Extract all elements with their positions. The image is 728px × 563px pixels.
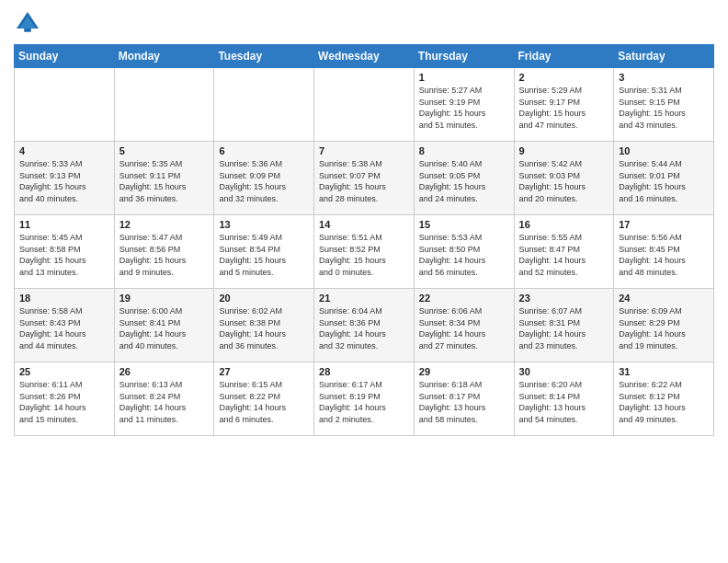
calendar-cell: 17Sunrise: 5:56 AM Sunset: 8:45 PM Dayli…: [614, 215, 714, 289]
day-header-thursday: Thursday: [414, 45, 514, 68]
svg-rect-2: [24, 29, 31, 32]
day-info: Sunrise: 6:04 AM Sunset: 8:36 PM Dayligh…: [319, 305, 409, 351]
day-header-wednesday: Wednesday: [314, 45, 415, 68]
day-info: Sunrise: 5:27 AM Sunset: 9:19 PM Dayligh…: [419, 85, 509, 131]
day-number: 29: [419, 366, 509, 377]
day-info: Sunrise: 5:38 AM Sunset: 9:07 PM Dayligh…: [319, 158, 409, 204]
day-number: 18: [19, 293, 109, 304]
calendar-cell: [15, 68, 115, 142]
day-info: Sunrise: 5:36 AM Sunset: 9:09 PM Dayligh…: [219, 158, 309, 204]
calendar-cell: 29Sunrise: 6:18 AM Sunset: 8:17 PM Dayli…: [414, 362, 514, 436]
calendar-cell: 9Sunrise: 5:42 AM Sunset: 9:03 PM Daylig…: [514, 142, 614, 215]
day-info: Sunrise: 5:53 AM Sunset: 8:50 PM Dayligh…: [419, 232, 509, 278]
day-info: Sunrise: 6:18 AM Sunset: 8:17 PM Dayligh…: [419, 379, 509, 425]
calendar-cell: 13Sunrise: 5:49 AM Sunset: 8:54 PM Dayli…: [214, 215, 314, 289]
calendar-cell: 11Sunrise: 5:45 AM Sunset: 8:58 PM Dayli…: [15, 215, 115, 289]
day-header-sunday: Sunday: [15, 45, 115, 68]
day-number: 23: [519, 293, 609, 304]
day-header-saturday: Saturday: [614, 45, 714, 68]
calendar-cell: 30Sunrise: 6:20 AM Sunset: 8:14 PM Dayli…: [514, 362, 614, 436]
week-row-3: 11Sunrise: 5:45 AM Sunset: 8:58 PM Dayli…: [15, 215, 714, 289]
day-info: Sunrise: 5:58 AM Sunset: 8:43 PM Dayligh…: [19, 305, 109, 351]
day-number: 2: [519, 72, 609, 83]
day-header-friday: Friday: [514, 45, 614, 68]
day-info: Sunrise: 6:07 AM Sunset: 8:31 PM Dayligh…: [519, 305, 609, 351]
day-number: 11: [19, 219, 109, 230]
week-row-1: 1Sunrise: 5:27 AM Sunset: 9:19 PM Daylig…: [15, 68, 714, 142]
calendar-cell: 10Sunrise: 5:44 AM Sunset: 9:01 PM Dayli…: [614, 142, 714, 215]
calendar-table: SundayMondayTuesdayWednesdayThursdayFrid…: [14, 44, 714, 436]
day-info: Sunrise: 5:29 AM Sunset: 9:17 PM Dayligh…: [519, 85, 609, 131]
calendar-cell: 20Sunrise: 6:02 AM Sunset: 8:38 PM Dayli…: [214, 289, 314, 362]
day-info: Sunrise: 6:13 AM Sunset: 8:24 PM Dayligh…: [119, 379, 210, 425]
calendar-cell: 3Sunrise: 5:31 AM Sunset: 9:15 PM Daylig…: [614, 68, 714, 142]
day-number: 8: [419, 145, 509, 156]
week-row-5: 25Sunrise: 6:11 AM Sunset: 8:26 PM Dayli…: [15, 362, 714, 436]
day-number: 27: [219, 366, 309, 377]
calendar-cell: 7Sunrise: 5:38 AM Sunset: 9:07 PM Daylig…: [314, 142, 415, 215]
main-container: SundayMondayTuesdayWednesdayThursdayFrid…: [0, 0, 728, 445]
calendar-cell: 2Sunrise: 5:29 AM Sunset: 9:17 PM Daylig…: [514, 68, 614, 142]
day-info: Sunrise: 6:15 AM Sunset: 8:22 PM Dayligh…: [219, 379, 309, 425]
day-info: Sunrise: 5:31 AM Sunset: 9:15 PM Dayligh…: [619, 85, 709, 131]
calendar-cell: 12Sunrise: 5:47 AM Sunset: 8:56 PM Dayli…: [114, 215, 214, 289]
calendar-cell: 1Sunrise: 5:27 AM Sunset: 9:19 PM Daylig…: [414, 68, 514, 142]
day-info: Sunrise: 5:42 AM Sunset: 9:03 PM Dayligh…: [519, 158, 609, 204]
day-number: 15: [419, 219, 509, 230]
calendar-cell: 31Sunrise: 6:22 AM Sunset: 8:12 PM Dayli…: [614, 362, 714, 436]
calendar-cell: 5Sunrise: 5:35 AM Sunset: 9:11 PM Daylig…: [114, 142, 214, 215]
day-number: 28: [319, 366, 409, 377]
day-number: 13: [219, 219, 309, 230]
logo-icon: [14, 9, 41, 37]
day-number: 4: [19, 145, 109, 156]
day-info: Sunrise: 6:02 AM Sunset: 8:38 PM Dayligh…: [219, 305, 309, 351]
day-info: Sunrise: 6:22 AM Sunset: 8:12 PM Dayligh…: [619, 379, 709, 425]
day-number: 31: [619, 366, 709, 377]
day-number: 14: [319, 219, 409, 230]
day-number: 3: [619, 72, 709, 83]
day-info: Sunrise: 5:40 AM Sunset: 9:05 PM Dayligh…: [419, 158, 509, 204]
day-number: 12: [119, 219, 210, 230]
day-number: 10: [619, 145, 709, 156]
day-number: 20: [219, 293, 309, 304]
header-row: SundayMondayTuesdayWednesdayThursdayFrid…: [15, 45, 714, 68]
day-info: Sunrise: 5:44 AM Sunset: 9:01 PM Dayligh…: [619, 158, 709, 204]
calendar-cell: [214, 68, 314, 142]
calendar-cell: 15Sunrise: 5:53 AM Sunset: 8:50 PM Dayli…: [414, 215, 514, 289]
day-info: Sunrise: 6:11 AM Sunset: 8:26 PM Dayligh…: [19, 379, 109, 425]
calendar-cell: [114, 68, 214, 142]
day-number: 21: [319, 293, 409, 304]
day-number: 24: [619, 293, 709, 304]
day-info: Sunrise: 6:17 AM Sunset: 8:19 PM Dayligh…: [319, 379, 409, 425]
day-number: 30: [519, 366, 609, 377]
calendar-cell: 21Sunrise: 6:04 AM Sunset: 8:36 PM Dayli…: [314, 289, 415, 362]
day-info: Sunrise: 5:49 AM Sunset: 8:54 PM Dayligh…: [219, 232, 309, 278]
day-number: 7: [319, 145, 409, 156]
day-info: Sunrise: 6:09 AM Sunset: 8:29 PM Dayligh…: [619, 305, 709, 351]
calendar-cell: 24Sunrise: 6:09 AM Sunset: 8:29 PM Dayli…: [614, 289, 714, 362]
day-header-tuesday: Tuesday: [214, 45, 314, 68]
day-number: 19: [119, 293, 210, 304]
calendar-cell: 16Sunrise: 5:55 AM Sunset: 8:47 PM Dayli…: [514, 215, 614, 289]
day-number: 6: [219, 145, 309, 156]
day-number: 22: [419, 293, 509, 304]
calendar-cell: 27Sunrise: 6:15 AM Sunset: 8:22 PM Dayli…: [214, 362, 314, 436]
day-info: Sunrise: 5:55 AM Sunset: 8:47 PM Dayligh…: [519, 232, 609, 278]
calendar-cell: [314, 68, 415, 142]
calendar-cell: 19Sunrise: 6:00 AM Sunset: 8:41 PM Dayli…: [114, 289, 214, 362]
calendar-cell: 23Sunrise: 6:07 AM Sunset: 8:31 PM Dayli…: [514, 289, 614, 362]
day-info: Sunrise: 5:45 AM Sunset: 8:58 PM Dayligh…: [19, 232, 109, 278]
calendar-cell: 22Sunrise: 6:06 AM Sunset: 8:34 PM Dayli…: [414, 289, 514, 362]
day-number: 25: [19, 366, 109, 377]
day-number: 9: [519, 145, 609, 156]
calendar-cell: 8Sunrise: 5:40 AM Sunset: 9:05 PM Daylig…: [414, 142, 514, 215]
day-info: Sunrise: 6:00 AM Sunset: 8:41 PM Dayligh…: [119, 305, 210, 351]
day-number: 5: [119, 145, 210, 156]
header: [14, 9, 714, 37]
calendar-cell: 6Sunrise: 5:36 AM Sunset: 9:09 PM Daylig…: [214, 142, 314, 215]
day-number: 26: [119, 366, 210, 377]
day-info: Sunrise: 5:51 AM Sunset: 8:52 PM Dayligh…: [319, 232, 409, 278]
day-info: Sunrise: 5:35 AM Sunset: 9:11 PM Dayligh…: [119, 158, 210, 204]
day-header-monday: Monday: [114, 45, 214, 68]
logo: [14, 9, 45, 37]
